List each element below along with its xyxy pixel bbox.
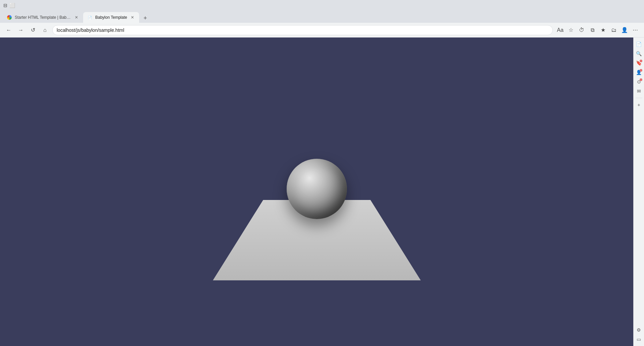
favorites-button[interactable]: ★: [598, 25, 608, 35]
address-bar[interactable]: [57, 27, 548, 33]
profiles-button[interactable]: 👤: [620, 25, 629, 35]
scene: [0, 38, 633, 346]
tab-starter[interactable]: Starter HTML Template | Babylo... ✕: [3, 12, 83, 23]
tab-babylon[interactable]: 📄 Babylon Template ✕: [83, 12, 139, 23]
tab-favicon-babylon: 📄: [87, 15, 93, 20]
tab-favicon-starter: [7, 15, 12, 20]
title-bar: ⊟ ⬜: [0, 0, 644, 11]
screen-sidebar-icon[interactable]: ▭: [635, 335, 643, 343]
forward-button[interactable]: →: [16, 25, 25, 35]
timer-button[interactable]: ⏱: [577, 25, 586, 35]
back-button[interactable]: ←: [4, 25, 13, 35]
reload-button[interactable]: ↺: [28, 25, 38, 35]
browser-window: ⊟ ⬜ Starter HTML Template | Babylo... ✕ …: [0, 0, 644, 346]
title-bar-controls: ⊟ ⬜: [3, 3, 15, 8]
page-sidebar-icon[interactable]: 📄: [635, 40, 643, 48]
new-tab-button[interactable]: +: [140, 13, 150, 23]
toolbar-right: Aa ☆ ⏱ ⧉ ★ 🗂 👤 ⋯: [555, 25, 640, 35]
address-bar-container[interactable]: [52, 25, 553, 35]
google-favicon: [7, 15, 12, 20]
tab-label-babylon: Babylon Template: [95, 15, 127, 20]
split-view-button[interactable]: ⧉: [588, 25, 597, 35]
profile-sidebar-icon[interactable]: 👤: [635, 68, 643, 76]
main-content[interactable]: [0, 38, 633, 346]
sphere: [287, 159, 347, 219]
tab-close-starter[interactable]: ✕: [74, 15, 79, 20]
babylon-favicon: 📄: [87, 15, 92, 20]
bottom-sidebar-icons: ⚙ ▭: [635, 326, 643, 343]
collections-button[interactable]: 🗂: [609, 25, 619, 35]
sidebar-separator: [636, 98, 642, 98]
bookmark-button[interactable]: ☆: [566, 25, 576, 35]
right-sidebar: 📄 🔍 🔖 👤 ⊙ ✉ + ⚙ ▭: [633, 38, 644, 346]
tab-strip-button[interactable]: ⬜: [9, 3, 15, 8]
tab-label-starter: Starter HTML Template | Babylo...: [15, 15, 71, 20]
toolbar: ← → ↺ ⌂ Aa ☆ ⏱ ⧉ ★ 🗂 👤 ⋯: [0, 23, 644, 38]
reader-mode-button[interactable]: Aa: [555, 25, 565, 35]
tab-close-babylon[interactable]: ✕: [130, 15, 135, 20]
tab-bar: Starter HTML Template | Babylo... ✕ 📄 Ba…: [0, 11, 644, 23]
home-button[interactable]: ⌂: [40, 25, 50, 35]
bookmark-sidebar-icon[interactable]: 🔖: [635, 59, 643, 67]
mail-sidebar-icon[interactable]: ✉: [635, 87, 643, 95]
circle-sidebar-icon[interactable]: ⊙: [635, 78, 643, 86]
settings-sidebar-icon[interactable]: ⚙: [635, 326, 643, 334]
window-menu-button[interactable]: ⊟: [3, 3, 8, 8]
more-button[interactable]: ⋯: [631, 25, 640, 35]
search-sidebar-icon[interactable]: 🔍: [635, 50, 643, 58]
expand-sidebar-icon[interactable]: +: [635, 101, 643, 109]
sphere-container: [287, 159, 347, 219]
browser-body: 📄 🔍 🔖 👤 ⊙ ✉ + ⚙ ▭: [0, 38, 644, 346]
